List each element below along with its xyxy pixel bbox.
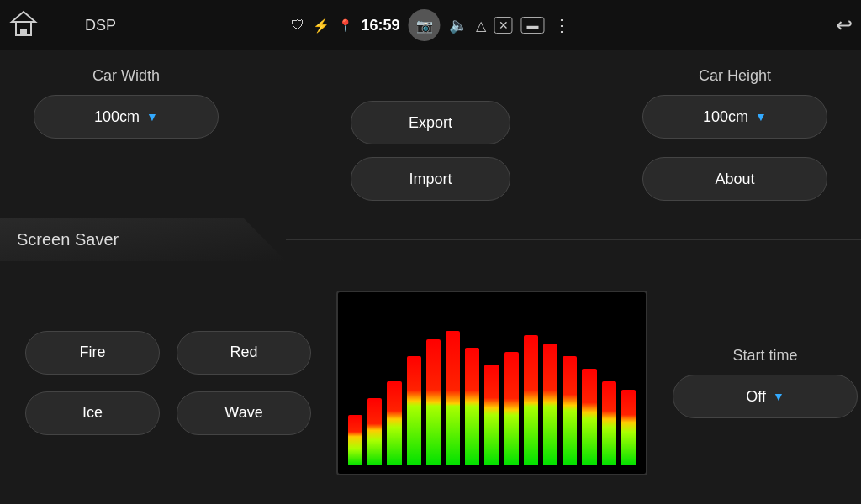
eq-bar (407, 356, 421, 465)
export-label: Export (409, 114, 452, 132)
car-width-label: Car Width (92, 67, 160, 85)
center-buttons: Export Import (351, 101, 510, 201)
eq-bar (504, 352, 519, 465)
screen-saver-bar: Screen Saver (0, 218, 286, 261)
dsp-label: DSP (85, 17, 116, 34)
car-width-arrow: ▼ (146, 110, 158, 123)
start-time-dropdown[interactable]: Off ▼ (673, 375, 858, 418)
usb-icon: ⚡ (313, 18, 330, 34)
effect-buttons: Fire Red Ice Wave (25, 331, 311, 435)
eject-icon[interactable]: △ (476, 18, 486, 34)
battery-icon: ▬ (521, 17, 545, 34)
bottom-section: Fire Red Ice Wave Start time (0, 261, 861, 504)
import-label: Import (409, 171, 452, 188)
wave-label: Wave (224, 404, 262, 422)
close-icon[interactable]: ✕ (494, 17, 513, 34)
eq-bar (387, 381, 401, 465)
svg-marker-0 (12, 12, 35, 22)
location-icon: 📍 (338, 18, 352, 32)
divider-row: Screen Saver (0, 218, 861, 261)
eq-bar (543, 344, 557, 465)
eq-bar (484, 365, 499, 465)
svg-rect-2 (20, 29, 27, 35)
start-time-label: Start time (732, 347, 797, 365)
effect-row-top: Fire Red (25, 331, 311, 375)
car-width-dropdown[interactable]: 100cm ▼ (34, 95, 219, 139)
export-button[interactable]: Export (351, 101, 510, 144)
fire-button[interactable]: Fire (25, 331, 160, 375)
eq-bar (426, 339, 441, 465)
eq-bar (621, 390, 636, 465)
eq-bar (367, 398, 382, 465)
car-height-dropdown[interactable]: 100cm ▼ (642, 95, 827, 139)
eq-bar (465, 348, 479, 465)
eq-bar (602, 381, 616, 465)
equalizer-display (336, 291, 647, 475)
time-display: 16:59 (361, 17, 399, 34)
back-button[interactable]: ↩ (836, 13, 853, 37)
start-time-section: Start time Off ▼ (673, 347, 858, 418)
car-height-section: Car Height 100cm ▼ About (642, 67, 827, 201)
start-time-arrow: ▼ (773, 390, 784, 403)
start-time-value: Off (746, 388, 766, 406)
car-width-value: 100cm (94, 108, 140, 126)
fire-label: Fire (80, 344, 106, 361)
status-bar: DSP 🛡 ⚡ 📍 16:59 📷 🔈 △ ✕ ▬ ⋮ ↩ (0, 0, 861, 50)
car-width-section: Car Width 100cm ▼ (34, 67, 219, 139)
about-label: About (715, 171, 754, 188)
volume-icon[interactable]: 🔈 (449, 16, 467, 34)
wave-button[interactable]: Wave (177, 391, 311, 435)
eq-bar (524, 335, 538, 465)
camera-icon: 📷 (416, 18, 433, 34)
car-height-arrow: ▼ (755, 110, 767, 123)
ice-label: Ice (82, 404, 103, 422)
main-content: Car Width 100cm ▼ Export Import Car Heig… (0, 50, 861, 504)
eq-bar (563, 356, 577, 465)
shield-icon: 🛡 (291, 18, 304, 33)
eq-bar (446, 331, 460, 465)
car-height-value: 100cm (703, 108, 748, 126)
red-label: Red (230, 344, 257, 361)
red-button[interactable]: Red (177, 331, 311, 375)
eq-bar (582, 369, 596, 465)
home-button[interactable] (8, 8, 39, 42)
eq-bar (348, 415, 362, 465)
top-section: Car Width 100cm ▼ Export Import Car Heig… (0, 50, 861, 218)
about-button[interactable]: About (642, 157, 827, 201)
import-button[interactable]: Import (351, 157, 510, 201)
menu-icon[interactable]: ⋮ (553, 15, 570, 35)
screen-saver-label: Screen Saver (17, 230, 119, 249)
effect-row-bottom: Ice Wave (25, 391, 311, 435)
ice-button[interactable]: Ice (25, 391, 160, 435)
car-height-label: Car Height (699, 67, 771, 85)
camera-button[interactable]: 📷 (409, 9, 441, 41)
